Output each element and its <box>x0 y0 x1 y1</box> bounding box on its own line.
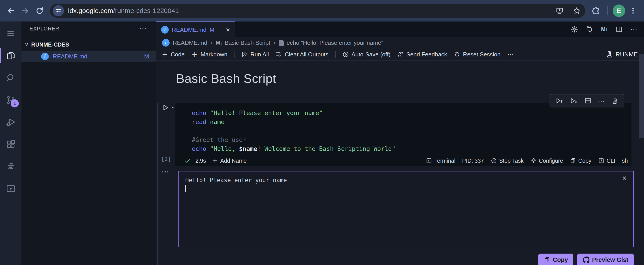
app-menu-button[interactable] <box>0 22 22 44</box>
url-path: /runme-cdes-1220041 <box>113 7 179 14</box>
file-icon <box>278 40 284 46</box>
send-feedback-button[interactable]: Send Feedback <box>397 51 447 58</box>
runme-logo-icon <box>606 51 613 58</box>
chrome-menu-button[interactable] <box>626 4 640 17</box>
notebook-play-icon <box>6 184 16 194</box>
vertical-scrollbar[interactable] <box>639 54 644 138</box>
terminal-output[interactable]: Hello! Please enter your name × <box>178 171 634 247</box>
add-name-button[interactable]: Add Name <box>212 158 246 164</box>
settings-gear-icon[interactable] <box>570 26 578 33</box>
url-bar[interactable]: idx.google.com/runme-cdes-1220041 <box>50 4 585 18</box>
editor-area: i README.md M × M↓ ⋯ i README.md › M↓Bas… <box>156 22 644 265</box>
code-cell[interactable]: echo "Hello! Please enter your name"read… <box>175 103 632 166</box>
shell-language-label[interactable]: sh <box>622 158 628 164</box>
tab-modified-badge: M <box>210 26 214 33</box>
reload-button[interactable] <box>33 4 46 17</box>
breadcrumb-cell[interactable]: echo "Hello! Please enter your name" <box>278 40 383 46</box>
sidebar-item-extensions[interactable] <box>0 133 22 155</box>
reset-session-button[interactable]: Reset Session <box>454 51 500 58</box>
cli-button[interactable]: CLI <box>598 158 615 164</box>
sidebar-item-explorer[interactable] <box>0 44 22 67</box>
runme-brand: RUNME <box>606 51 638 58</box>
file-row-readme[interactable]: i README.md M <box>22 50 156 62</box>
reload-icon <box>35 6 44 15</box>
code-editor[interactable]: echo "Hello! Please enter your name"read… <box>175 103 632 156</box>
explorer-sidebar: EXPLORER ⋯ ∨ RUNME-CDES i README.md M <box>22 22 156 265</box>
add-markdown-button[interactable]: Markdown <box>191 51 227 58</box>
sidebar-item-run-debug[interactable] <box>0 111 22 133</box>
kebab-menu-icon <box>629 7 637 14</box>
sidebar-item-source-control[interactable]: 1 <box>0 89 22 111</box>
toolbar-more-actions[interactable]: ⋯ <box>507 50 514 58</box>
bookmark-button[interactable] <box>570 4 583 17</box>
execute-above-icon[interactable] <box>556 97 564 105</box>
cell-toolbar: ⋯ <box>550 94 624 108</box>
split-editor-icon[interactable] <box>615 26 623 33</box>
url-text: idx.google.com/runme-cdes-1220041 <box>68 7 179 14</box>
cell-focus-bar <box>157 103 158 265</box>
tab-strip: i README.md M × M↓ ⋯ <box>156 22 644 37</box>
profile-avatar[interactable]: E <box>613 4 625 17</box>
run-cell-button[interactable] <box>162 104 176 112</box>
modified-badge: M <box>144 53 149 60</box>
extensions-icon <box>6 140 16 149</box>
terminal-cursor <box>185 185 186 192</box>
scm-badge: 1 <box>11 100 19 108</box>
breadcrumb-file[interactable]: README.md <box>173 40 208 46</box>
explorer-more-actions[interactable]: ⋯ <box>140 25 147 32</box>
site-settings-icon[interactable] <box>53 5 64 16</box>
bookmark-star-icon <box>572 7 581 15</box>
sidebar-item-runme-notebooks[interactable] <box>0 178 22 200</box>
execution-duration: 2.9s <box>195 158 206 164</box>
workspace-folder-row[interactable]: ∨ RUNME-CDES <box>22 38 156 50</box>
info-icon: i <box>161 26 169 34</box>
reset-icon <box>454 51 460 58</box>
tab-close-button[interactable]: × <box>226 26 230 33</box>
add-code-button[interactable]: Code <box>162 51 184 58</box>
copy-cell-button[interactable]: Copy <box>570 158 591 164</box>
output-close-button[interactable]: × <box>622 174 627 182</box>
cell-more-actions[interactable]: ⋯ <box>598 97 604 105</box>
forward-button[interactable] <box>19 4 32 17</box>
back-button[interactable] <box>4 4 18 17</box>
breadcrumb: i README.md › M↓Basic Bash Script › echo… <box>156 37 644 48</box>
autosave-button[interactable]: Auto-Save (off) <box>342 51 390 58</box>
preview-gist-button[interactable]: Preview Gist <box>577 254 634 265</box>
compare-changes-icon[interactable] <box>586 26 594 33</box>
configure-button[interactable]: Configure <box>530 158 563 164</box>
chevron-down-icon[interactable] <box>171 105 176 110</box>
ide-window: 1 EXPLORER ⋯ ∨ RUNME-CDES <box>0 22 644 265</box>
copy-button[interactable]: Copy <box>538 254 573 265</box>
split-cell-icon[interactable] <box>584 97 592 104</box>
logs-dashes-icon <box>6 162 16 172</box>
pid-label: PID: 337 <box>462 158 484 164</box>
extensions-button[interactable] <box>590 4 602 17</box>
execution-count: [2] <box>161 156 171 162</box>
extensions-puzzle-icon <box>592 6 600 15</box>
clear-outputs-icon <box>276 51 282 58</box>
stop-task-button[interactable]: Stop Task <box>491 158 524 164</box>
sidebar-item-logs[interactable] <box>0 155 22 178</box>
explorer-title: EXPLORER <box>30 26 59 32</box>
gist-actions: Copy Preview Gist <box>156 254 634 265</box>
hamburger-icon <box>6 29 16 38</box>
clear-all-outputs-button[interactable]: Clear All Outputs <box>276 51 328 58</box>
output-more-actions[interactable]: ⋯ <box>162 168 170 176</box>
explorer-files-icon <box>6 50 16 61</box>
editor-more-actions[interactable]: ⋯ <box>630 26 637 33</box>
run-all-button[interactable]: Run All <box>241 51 269 58</box>
markdown-preview-icon[interactable]: M↓ <box>601 26 608 32</box>
terminal-button[interactable]: Terminal <box>426 158 455 164</box>
url-host: idx.google.com <box>68 7 113 14</box>
delete-cell-icon[interactable] <box>611 97 618 104</box>
notebook-content: Basic Bash Script ⋯ [2] ⋯ echo "Hello! <box>156 61 644 265</box>
execute-below-icon[interactable] <box>570 97 578 105</box>
sidebar-item-search[interactable] <box>0 67 22 89</box>
install-app-button[interactable] <box>553 4 566 17</box>
forward-icon <box>21 6 30 15</box>
tab-readme[interactable]: i README.md M × <box>156 22 235 37</box>
breadcrumb-section[interactable]: M↓Basic Bash Script <box>216 40 270 46</box>
markdown-glyph-icon: M↓ <box>216 40 222 46</box>
toolbar-divider <box>234 51 234 58</box>
terminal-icon <box>426 158 432 164</box>
